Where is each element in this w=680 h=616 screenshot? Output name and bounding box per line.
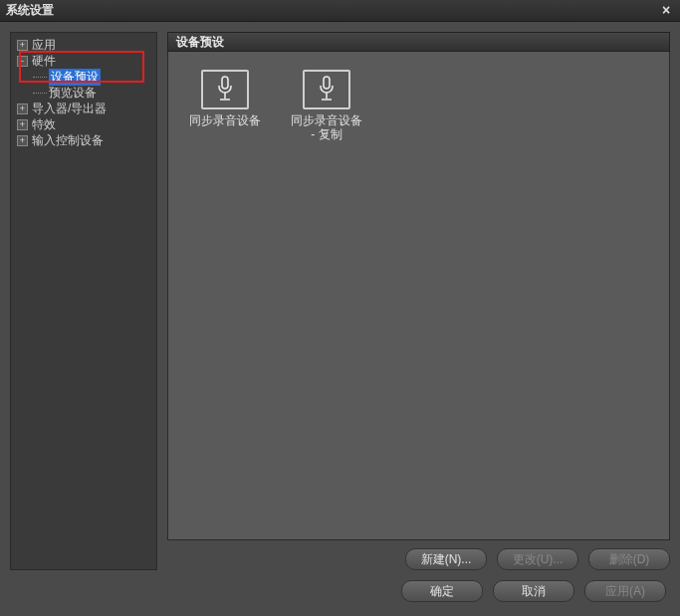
device-label: 同步录音设备 xyxy=(189,113,261,127)
section-header: 设备预设 xyxy=(167,32,670,52)
tree-label: 设备预设 xyxy=(49,69,101,86)
section-title: 设备预设 xyxy=(176,34,224,51)
device-grid: 同步录音设备 同步录音设备 - 复制 xyxy=(186,70,651,141)
tree-item-app[interactable]: + 应用 xyxy=(13,37,154,53)
device-icon-box xyxy=(303,70,350,109)
new-button[interactable]: 新建(N)... xyxy=(405,548,487,570)
microphone-icon xyxy=(215,76,235,103)
tree-label: 导入器/导出器 xyxy=(32,101,107,117)
expand-icon[interactable]: + xyxy=(17,135,28,146)
tree-item-hardware[interactable]: - 硬件 xyxy=(13,53,154,69)
tree-item-effects[interactable]: + 特效 xyxy=(13,116,154,132)
sidebar-tree: + 应用 - 硬件 设备预设 预览设备 + 导入器/导出器 + 特效 xyxy=(10,32,157,570)
device-item[interactable]: 同步录音设备 - 复制 xyxy=(288,70,365,141)
apply-button[interactable]: 应用(A) xyxy=(584,580,666,602)
body: + 应用 - 硬件 设备预设 预览设备 + 导入器/导出器 + 特效 xyxy=(0,22,680,580)
content-button-row: 新建(N)... 更改(U)... 删除(D) xyxy=(167,548,670,570)
titlebar: 系统设置 × xyxy=(0,0,680,22)
cancel-button[interactable]: 取消 xyxy=(493,580,574,602)
tree-label: 特效 xyxy=(32,116,56,133)
change-button[interactable]: 更改(U)... xyxy=(497,548,578,570)
tree-item-device-preset[interactable]: 设备预设 xyxy=(13,69,154,85)
dialog-footer: 确定 取消 应用(A) xyxy=(0,580,680,616)
tree-label: 应用 xyxy=(32,37,56,54)
expand-icon[interactable]: + xyxy=(17,103,28,114)
collapse-icon[interactable]: - xyxy=(17,56,28,67)
microphone-icon xyxy=(317,76,337,103)
device-icon-box xyxy=(201,70,249,109)
tree-label: 预览设备 xyxy=(49,85,97,102)
tree-connector xyxy=(33,93,47,94)
tree-item-importer-exporter[interactable]: + 导入器/导出器 xyxy=(13,101,154,116)
delete-button[interactable]: 删除(D) xyxy=(588,548,670,570)
ok-button[interactable]: 确定 xyxy=(401,580,483,602)
tree-connector xyxy=(33,77,47,78)
expand-icon[interactable]: + xyxy=(17,119,28,130)
tree-item-preview-device[interactable]: 预览设备 xyxy=(13,85,154,101)
svg-rect-0 xyxy=(222,77,228,89)
svg-rect-3 xyxy=(324,77,330,89)
tree-label: 硬件 xyxy=(32,53,56,70)
close-icon[interactable]: × xyxy=(658,3,674,19)
window-title: 系统设置 xyxy=(6,2,658,19)
spacer xyxy=(186,141,651,521)
expand-icon[interactable]: + xyxy=(17,40,28,51)
content-area: 同步录音设备 同步录音设备 - 复制 xyxy=(167,52,670,540)
device-item[interactable]: 同步录音设备 xyxy=(186,70,264,127)
device-label: 同步录音设备 - 复制 xyxy=(288,113,365,141)
main-panel: 设备预设 同步录音设备 xyxy=(167,32,670,570)
tree-item-input-control[interactable]: + 输入控制设备 xyxy=(13,132,154,148)
system-settings-window: 系统设置 × + 应用 - 硬件 设备预设 预览设备 + xyxy=(0,0,680,616)
tree-label: 输入控制设备 xyxy=(32,132,104,149)
